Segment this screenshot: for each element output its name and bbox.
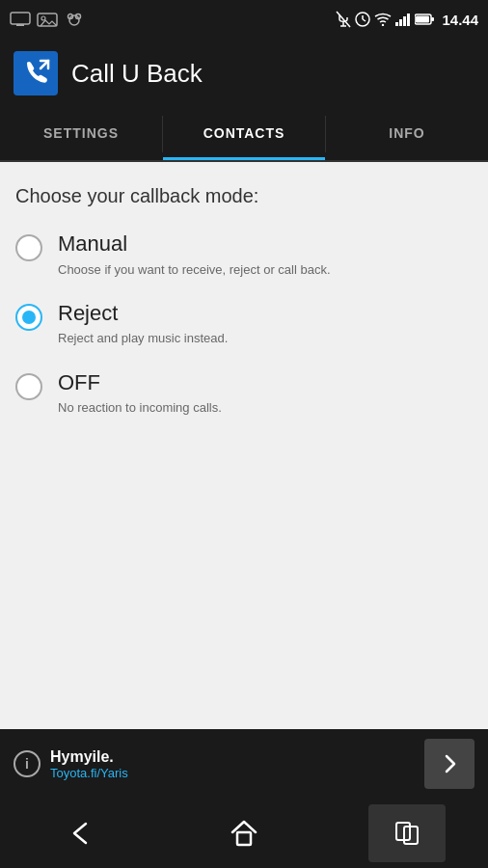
status-icons-left — [10, 12, 85, 27]
back-button[interactable] — [42, 804, 120, 862]
nav-bar — [0, 799, 488, 868]
radio-off[interactable] — [15, 373, 42, 400]
ad-text-block: Hymyile. Toyota.fi/Yaris — [41, 748, 424, 780]
ad-arrow-button[interactable] — [424, 739, 474, 789]
tab-info[interactable]: INFO — [326, 108, 488, 160]
option-manual-label: Manual — [58, 231, 331, 258]
app-bar: Call U Back — [0, 39, 488, 108]
ad-url: Toyota.fi/Yaris — [50, 766, 415, 780]
tab-bar: SETTINGS CONTACTS INFO — [0, 108, 488, 162]
svg-line-12 — [363, 19, 366, 21]
photo-icon — [37, 12, 58, 27]
svg-rect-20 — [431, 17, 434, 21]
svg-point-13 — [382, 24, 384, 26]
arrow-right-icon — [438, 752, 461, 775]
signal-icon — [395, 13, 411, 26]
option-off-text: OFF No reaction to incoming calls. — [58, 369, 222, 418]
svg-point-3 — [41, 16, 45, 20]
section-title: Choose your callback mode: — [15, 185, 473, 207]
app-title: Call U Back — [71, 59, 203, 89]
wifi-icon — [374, 13, 392, 26]
tab-settings[interactable]: SETTINGS — [0, 108, 162, 160]
svg-rect-17 — [407, 14, 410, 26]
option-reject-label: Reject — [58, 300, 228, 328]
svg-rect-16 — [403, 16, 406, 26]
content-area: Choose your callback mode: Manual Choose… — [0, 162, 488, 729]
ad-info-icon: i — [14, 750, 41, 777]
svg-rect-1 — [16, 24, 24, 26]
recents-button[interactable] — [368, 804, 446, 862]
radio-manual[interactable] — [15, 234, 42, 261]
svg-point-4 — [69, 15, 79, 25]
svg-rect-0 — [11, 13, 30, 24]
svg-rect-19 — [416, 16, 429, 23]
option-manual-row[interactable]: Manual Choose if you want to receive, re… — [15, 231, 473, 279]
svg-rect-15 — [399, 19, 402, 26]
ad-bar: i Hymyile. Toyota.fi/Yaris — [0, 729, 488, 799]
radio-reject[interactable] — [15, 304, 42, 331]
svg-rect-22 — [237, 832, 251, 845]
option-reject-text: Reject Reject and play music instead. — [58, 300, 228, 348]
option-reject-desc: Reject and play music instead. — [58, 330, 228, 347]
app-icon — [14, 51, 58, 95]
mute-icon — [336, 11, 351, 28]
svg-rect-14 — [395, 22, 398, 26]
status-bar: 14.44 — [0, 0, 488, 39]
time-display: 14.44 — [442, 12, 478, 28]
option-off-label: OFF — [58, 369, 222, 397]
option-off-row[interactable]: OFF No reaction to incoming calls. — [15, 369, 473, 418]
screen-icon — [10, 12, 31, 27]
option-manual-desc: Choose if you want to receive, reject or… — [58, 261, 331, 279]
home-icon — [230, 819, 258, 848]
option-off-desc: No reaction to incoming calls. — [58, 399, 222, 417]
tab-contacts[interactable]: CONTACTS — [163, 108, 325, 160]
frog-icon — [64, 12, 85, 27]
battery-icon — [415, 14, 434, 25]
svg-rect-2 — [38, 14, 57, 26]
ad-title: Hymyile. — [50, 748, 415, 766]
phone-icon — [21, 59, 50, 88]
back-icon — [65, 820, 97, 847]
option-manual-text: Manual Choose if you want to receive, re… — [58, 231, 331, 279]
option-reject-row[interactable]: Reject Reject and play music instead. — [15, 300, 473, 348]
status-icons-right: 14.44 — [336, 11, 478, 28]
recents-icon — [393, 819, 421, 848]
home-button[interactable] — [205, 804, 283, 862]
clock-icon — [355, 12, 370, 27]
